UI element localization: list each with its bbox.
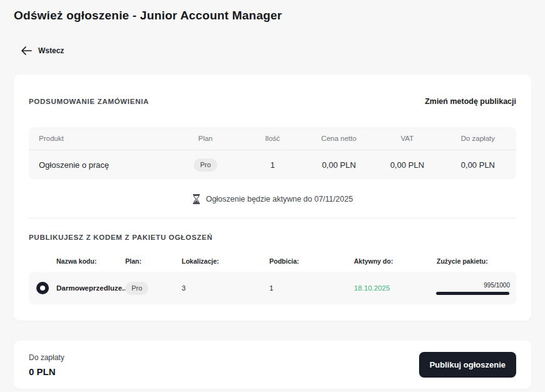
product-name: Ogłoszenie o pracę — [29, 160, 173, 170]
package-usage: 995/1000 — [435, 282, 516, 295]
col-header-to-pay: Do zapłaty — [444, 135, 516, 142]
to-pay-cell-value: 0,00 PLN — [444, 160, 516, 170]
code-active-until-value: 18.10.2025 — [354, 284, 435, 292]
section-divider — [29, 218, 516, 219]
code-name: Darmoweprzedluze... — [56, 284, 125, 292]
package-section-title: PUBLIKUJESZ Z KODEM Z PAKIETU OGŁOSZEŃ — [29, 234, 516, 241]
active-until-text: Ogłoszenie będzie aktywne do 07/11/2025 — [206, 195, 353, 204]
to-pay-label: Do zapłaty — [29, 353, 65, 362]
col-header-locations: Lokalizacje: — [182, 257, 269, 265]
package-code-radio[interactable] — [29, 282, 56, 294]
col-header-code-plan: Plan: — [125, 257, 182, 265]
page-title: Odśwież ogłoszenie - Junior Account Mana… — [14, 0, 531, 23]
vat-value: 0,00 PLN — [371, 160, 444, 170]
col-header-plan: Plan — [173, 135, 238, 142]
code-locations-value: 3 — [182, 284, 269, 292]
publish-button[interactable]: Publikuj ogłoszenie — [419, 352, 516, 378]
col-header-usage: Zużycie pakietu: — [435, 257, 516, 265]
plan-badge: Pro — [194, 158, 217, 172]
order-summary-title: PODSUMOWANIE ZAMÓWIENIA — [29, 98, 149, 105]
net-price-value: 0,00 PLN — [307, 160, 371, 170]
quantity-value: 1 — [238, 160, 307, 170]
to-pay-value: 0 PLN — [29, 366, 65, 377]
hourglass-icon — [192, 194, 200, 204]
col-header-quantity: Ilość — [238, 135, 307, 142]
order-table: Produkt Plan Ilość Cena netto VAT Do zap… — [29, 127, 516, 179]
col-header-net-price: Cena netto — [307, 135, 371, 142]
col-header-product: Produkt — [29, 135, 173, 142]
order-table-header: Produkt Plan Ilość Cena netto VAT Do zap… — [29, 127, 516, 150]
code-plan-badge: Pro — [125, 282, 148, 295]
code-plan-badge-cell: Pro — [125, 282, 182, 295]
code-bumps-value: 1 — [269, 284, 354, 292]
usage-text: 995/1000 — [484, 282, 510, 289]
usage-bar-track — [436, 292, 510, 295]
page: Odśwież ogłoszenie - Junior Account Mana… — [0, 0, 545, 389]
order-summary-card: PODSUMOWANIE ZAMÓWIENIA Zmień metodę pub… — [14, 75, 531, 321]
back-label: Wstecz — [38, 46, 64, 55]
plan-badge-cell: Pro — [173, 158, 238, 172]
col-header-active-until: Aktywny do: — [354, 257, 435, 265]
back-button[interactable]: Wstecz — [21, 46, 64, 55]
col-header-vat: VAT — [371, 135, 444, 142]
order-table-row: Ogłoszenie o pracę Pro 1 0,00 PLN 0,00 P… — [29, 150, 516, 179]
package-table-header: Nazwa kodu: Plan: Lokalizacje: Podbicia:… — [29, 257, 516, 265]
payment-footer-card: Do zapłaty 0 PLN Publikuj ogłoszenie — [14, 341, 531, 389]
package-code-row[interactable]: Darmoweprzedluze... Pro 3 1 18.10.2025 9… — [29, 272, 516, 304]
change-publication-method-link[interactable]: Zmień metodę publikacji — [425, 97, 516, 106]
to-pay-summary: Do zapłaty 0 PLN — [29, 353, 65, 377]
active-until-notice: Ogłoszenie będzie aktywne do 07/11/2025 — [29, 194, 516, 204]
back-arrow-icon — [21, 46, 32, 55]
col-header-code-name: Nazwa kodu: — [56, 257, 125, 265]
col-header-bumps: Podbicia: — [269, 257, 354, 265]
usage-bar-fill — [436, 292, 509, 295]
